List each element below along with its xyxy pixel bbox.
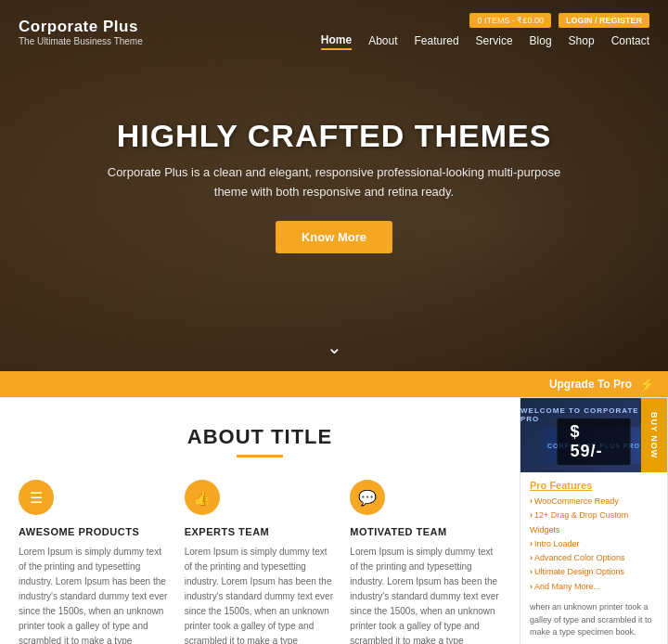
awesome-products-icon: ☰ (19, 480, 54, 515)
about-underline (237, 455, 283, 457)
pro-feature-1: WooCommerce Ready (530, 495, 658, 509)
upgrade-bar[interactable]: Upgrade To Pro ⚡ (0, 371, 668, 397)
hero-title: HIGHLY CRAFTED THEMES (93, 118, 575, 154)
upgrade-icon: ⚡ (639, 377, 655, 392)
nav-blog[interactable]: Blog (530, 34, 552, 49)
features-row: ☰ AWESOME PRODUCTS Lorem Ipsum is simply… (19, 480, 501, 644)
pro-features-title: Pro Features (530, 480, 658, 491)
hero-subtitle: Corporate Plus is a clean and elegant, r… (93, 163, 575, 202)
cart-button[interactable]: 0 ITEMS - ₹£0.00 (469, 13, 551, 28)
upgrade-label: Upgrade To Pro (549, 378, 632, 391)
nav-service[interactable]: Service (476, 34, 513, 49)
login-button[interactable]: LOGIN / REGISTER (559, 13, 649, 28)
sidebar: WELCOME TO CORPORATE PLUS PRO CORPORATE … (520, 397, 668, 644)
feature-awesome-products: ☰ AWESOME PRODUCTS Lorem Ipsum is simply… (19, 480, 170, 644)
pro-description: when an unknown printer took a galley of… (520, 601, 667, 644)
nav-shop[interactable]: Shop (569, 34, 595, 49)
main-nav: Home About Featured Service Blog Shop Co… (321, 33, 649, 50)
know-more-button[interactable]: Know More (276, 221, 392, 253)
buy-now-button[interactable]: BUY NOW (641, 398, 667, 472)
pro-feature-5: Ultimate Design Options (530, 565, 658, 579)
pro-preview-image: WELCOME TO CORPORATE PLUS PRO CORPORATE … (520, 398, 667, 472)
pro-feature-4: Advanced Color Options (530, 551, 658, 565)
feature-1-title: AWESOME PRODUCTS (19, 526, 170, 537)
feature-motivated-team: 💬 MOTIVATED TEAM Lorem Ipsum is simply d… (350, 480, 501, 644)
nav-contact[interactable]: Contact (611, 34, 649, 49)
feature-2-title: EXPERTS TEAM (185, 526, 336, 537)
pro-box: WELCOME TO CORPORATE PLUS PRO CORPORATE … (520, 397, 668, 644)
motivated-team-icon: 💬 (350, 480, 385, 515)
pro-features-list: Pro Features WooCommerce Ready 12+ Drag … (520, 472, 667, 601)
pro-feature-2: 12+ Drag & Drop Custom Widgets (530, 509, 658, 537)
feature-1-text: Lorem Ipsum is simply dummy text of the … (19, 545, 170, 644)
nav-featured[interactable]: Featured (415, 34, 459, 49)
feature-2-text: Lorem Ipsum is simply dummy text of the … (185, 545, 336, 644)
feature-experts-team: 👍 EXPERTS TEAM Lorem Ipsum is simply dum… (185, 480, 336, 644)
about-title: ABOUT TITLE (19, 425, 501, 449)
nav-about[interactable]: About (368, 34, 397, 49)
site-title: Corporate Plus (19, 18, 143, 36)
nav-home[interactable]: Home (321, 33, 352, 50)
experts-team-icon: 👍 (185, 480, 220, 515)
pro-feature-3: Intro Loader (530, 537, 658, 551)
feature-3-text: Lorem Ipsum is simply dummy text of the … (350, 545, 501, 644)
feature-3-title: MOTIVATED TEAM (350, 526, 501, 537)
logo: Corporate Plus The Ultimate Business The… (19, 18, 143, 46)
site-subtitle: The Ultimate Business Theme (19, 36, 143, 46)
price-badge: $ 59/- (558, 419, 631, 465)
scroll-down-arrow[interactable]: ⌄ (327, 336, 342, 358)
pro-feature-6: And Many More... (530, 580, 658, 594)
